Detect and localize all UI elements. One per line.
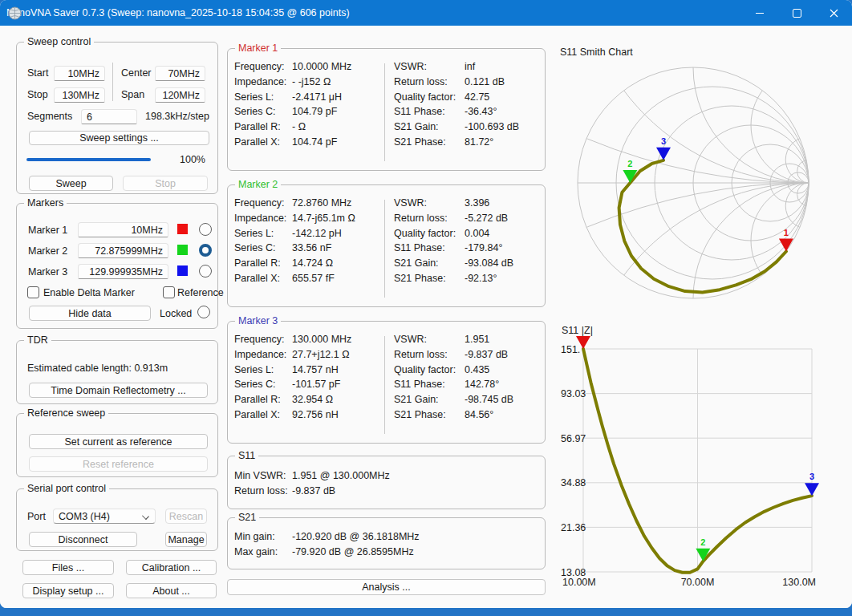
field-value: -142.12 pH xyxy=(292,228,342,239)
s11-smith-chart[interactable]: 123 xyxy=(558,58,840,306)
field-label: Frequency: xyxy=(234,197,292,209)
hide-data-button[interactable]: Hide data xyxy=(29,306,151,321)
stop-input[interactable]: 130MHz xyxy=(54,87,105,103)
rescan-button[interactable]: Rescan xyxy=(165,509,207,524)
z-grid xyxy=(583,349,812,572)
marker3-select-radio[interactable] xyxy=(199,265,212,278)
field-value: - Ω xyxy=(292,121,306,132)
field-value: 72.8760 MHz xyxy=(292,197,351,209)
s11-z-chart[interactable]: 151.93.0356.9734.8821.3613.0810.00M70.00… xyxy=(558,321,846,598)
minimize-button[interactable] xyxy=(741,0,778,26)
y-tick-label: 21.36 xyxy=(561,522,586,533)
field-label: S11 Phase: xyxy=(394,379,465,390)
marker2-data-panel: Marker 2 Frequency:72.8760 MHzImpedance:… xyxy=(227,184,546,307)
marker1-left-values: Frequency:10.0000 MHzImpedance:- -j152 Ω… xyxy=(234,59,351,149)
maximize-button[interactable] xyxy=(778,0,815,26)
x-tick-label: 10.00M xyxy=(562,577,596,588)
segments-label: Segments xyxy=(27,111,72,123)
port-select[interactable]: COM3 (H4) xyxy=(53,509,156,524)
field-value: -92.13° xyxy=(465,273,497,284)
field-value: 42.75 xyxy=(465,91,489,103)
field-value: -98.745 dB xyxy=(465,394,513,405)
field-label: Quality factor: xyxy=(394,364,465,375)
marker-3-label: 3 xyxy=(809,472,814,481)
marker3-right-values: VSWR:1.951Return loss:-9.837 dBQuality f… xyxy=(394,332,513,422)
window-controls xyxy=(741,0,852,26)
field-label: Parallel R: xyxy=(234,394,292,405)
stop-button[interactable]: Stop xyxy=(123,176,208,191)
s21-summary-panel: S21 Min gain:-120.920 dB @ 36.1818MHzMax… xyxy=(227,517,546,569)
tdr-button[interactable]: Time Domain Reflectometry ... xyxy=(29,383,208,398)
marker2-panel-title: Marker 2 xyxy=(235,178,281,191)
files-button[interactable]: Files ... xyxy=(22,560,114,575)
x-tick-label: 130.0M xyxy=(782,577,816,588)
display-setup-button[interactable]: Display setup ... xyxy=(22,583,114,598)
field-label: S21 Phase: xyxy=(394,136,465,148)
window-title: NanoVNA Saver 0.7.3 (Sweep: nanovna_2025… xyxy=(6,7,350,18)
analysis-button[interactable]: Analysis ... xyxy=(227,579,546,595)
field-label: Return loss: xyxy=(234,485,292,496)
marker3-color-swatch[interactable] xyxy=(177,265,188,276)
calibration-button[interactable]: Calibration ... xyxy=(126,560,217,575)
tdr-group: TDR Estimated cable length: 0.913m Time … xyxy=(16,340,218,404)
step-info: 198.3kHz/step xyxy=(145,111,209,123)
field-value: 81.72° xyxy=(465,136,493,148)
center-input[interactable]: 70MHz xyxy=(155,66,205,81)
start-input[interactable]: 10MHz xyxy=(54,66,105,81)
marker1-frequency-input[interactable]: 10MHz xyxy=(78,222,168,237)
field-value: 32.954 Ω xyxy=(292,394,333,405)
field-value: 0.121 dB xyxy=(465,76,505,87)
span-input[interactable]: 120MHz xyxy=(155,87,205,103)
marker1-select-radio[interactable] xyxy=(199,223,212,236)
sweep-settings-button[interactable]: Sweep settings ... xyxy=(29,131,209,145)
reset-reference-button[interactable]: Reset reference xyxy=(29,456,208,472)
marker2-select-radio[interactable] xyxy=(199,244,212,257)
marker-1-triangle[interactable] xyxy=(779,239,793,252)
start-label: Start xyxy=(27,67,48,79)
reference-label: Reference xyxy=(177,287,224,299)
marker2-left-values: Frequency:72.8760 MHzImpedance:14.7-j65.… xyxy=(234,196,355,286)
field-label: Series L: xyxy=(234,228,292,239)
set-reference-button[interactable]: Set current as reference xyxy=(29,434,208,449)
close-button[interactable] xyxy=(815,0,852,26)
titlebar[interactable]: NanoVNA Saver 0.7.3 (Sweep: nanovna_2025… xyxy=(0,0,852,26)
port-label: Port xyxy=(27,511,46,523)
markers-group-title: Markers xyxy=(24,197,67,209)
y-tick-label: 56.97 xyxy=(561,433,586,444)
field-label: Parallel R: xyxy=(234,257,292,269)
y-tick-label: 34.88 xyxy=(561,477,586,488)
field-label: Frequency: xyxy=(234,61,292,72)
segments-input[interactable]: 6 xyxy=(81,109,137,124)
about-button[interactable]: About ... xyxy=(126,583,217,598)
marker-3-triangle[interactable] xyxy=(805,483,819,496)
smith-grid-arcs xyxy=(558,58,840,306)
marker1-color-swatch[interactable] xyxy=(177,224,188,234)
chevron-down-icon xyxy=(142,513,149,520)
marker3-data-panel: Marker 3 Frequency:130.000 MHzImpedance:… xyxy=(227,321,546,444)
field-label: VSWR: xyxy=(394,61,465,72)
field-label: Impedance: xyxy=(234,76,292,87)
disconnect-button[interactable]: Disconnect xyxy=(29,532,137,547)
s11-summary-panel: S11 Min VSWR:1.951 @ 130.000MHzReturn lo… xyxy=(227,456,546,509)
marker2-color-swatch[interactable] xyxy=(177,245,188,255)
port-value: COM3 (H4) xyxy=(59,511,110,522)
sweep-button[interactable]: Sweep xyxy=(29,176,113,191)
locked-radio[interactable] xyxy=(197,306,210,318)
marker3-panel-title: Marker 3 xyxy=(235,314,281,327)
s11-summary-values: Min VSWR:1.951 @ 130.000MHzReturn loss:-… xyxy=(234,468,390,498)
field-value: 27.7+j12.1 Ω xyxy=(292,349,350,360)
field-label: Return loss: xyxy=(394,213,465,224)
s11-panel-title: S11 xyxy=(235,449,258,462)
field-value: -93.084 dB xyxy=(465,257,513,269)
marker2-frequency-input[interactable]: 72.875999MHz xyxy=(78,243,168,258)
manage-button[interactable]: Manage xyxy=(165,532,207,547)
reference-checkbox[interactable] xyxy=(163,286,175,298)
s21-panel-title: S21 xyxy=(235,511,259,524)
enable-delta-marker-checkbox[interactable] xyxy=(27,286,39,298)
field-label: Series C: xyxy=(234,379,292,390)
field-label: Series C: xyxy=(234,106,292,117)
marker3-left-values: Frequency:130.000 MHzImpedance:27.7+j12.… xyxy=(234,332,351,422)
app-icon xyxy=(8,6,22,20)
marker3-frequency-input[interactable]: 129.999935MHz xyxy=(78,264,168,279)
field-value: 92.756 nH xyxy=(292,409,339,420)
